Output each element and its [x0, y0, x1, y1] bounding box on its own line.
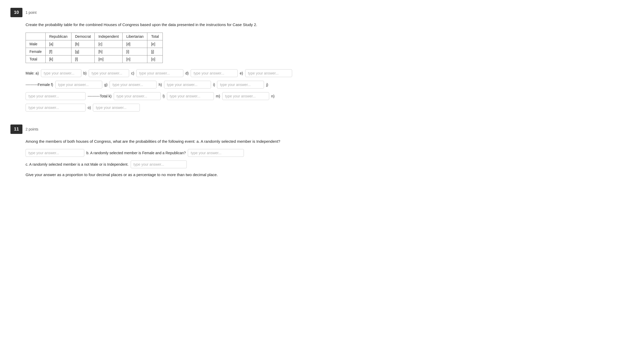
input-i[interactable]	[217, 81, 264, 89]
question-11-content: b. A randomly selected member is Female …	[26, 149, 634, 178]
header-republican: Republican	[45, 33, 71, 40]
label-d: d)	[185, 71, 189, 75]
answer-row-total: ----------Total k) l) m) n)	[26, 92, 634, 100]
label-m: m)	[216, 94, 220, 98]
input-b[interactable]	[89, 69, 129, 77]
input-e[interactable]	[245, 69, 292, 77]
label-g: g)	[104, 83, 107, 87]
answer-row-11ab: b. A randomly selected member is Female …	[26, 149, 634, 157]
label-total-k: ----------Total k)	[88, 94, 112, 98]
input-g[interactable]	[110, 81, 157, 89]
cell-i: [i]	[123, 48, 147, 55]
question-10-content: Republican Democrat Independent Libertar…	[26, 33, 634, 111]
question-10-header: 10 1 point	[10, 8, 634, 17]
label-11b: b. A randomly selected member is Female …	[86, 151, 186, 155]
input-l[interactable]	[167, 92, 214, 100]
input-d[interactable]	[191, 69, 238, 77]
question-10-number: 10	[10, 8, 22, 17]
input-k[interactable]	[114, 92, 161, 100]
cell-o: [o]	[147, 55, 163, 63]
answer-row-female: ----------Female f) g) h) i) j)	[26, 81, 634, 89]
input-11b[interactable]	[188, 149, 244, 157]
question-11-header: 11 2 points	[10, 125, 634, 134]
input-n[interactable]	[26, 104, 86, 111]
cell-m: [m]	[95, 55, 123, 63]
cell-j: [j]	[147, 48, 163, 55]
label-j: j)	[266, 83, 268, 87]
table-row-female: Female [f] [g] [h] [i] [j]	[26, 48, 163, 55]
cell-e: [e]	[147, 40, 163, 48]
cell-l: [l]	[71, 55, 95, 63]
cell-a: [a]	[45, 40, 71, 48]
cell-b: [b]	[71, 40, 95, 48]
label-11c: c. A randomly selected member is a not M…	[26, 162, 129, 166]
input-o[interactable]	[93, 104, 140, 111]
label-i: i)	[213, 83, 215, 87]
input-f[interactable]	[55, 81, 102, 89]
question-10-text: Create the probability table for the com…	[26, 22, 634, 28]
label-n: n)	[271, 94, 274, 98]
cell-g: [g]	[71, 48, 95, 55]
question-10: 10 1 point Create the probability table …	[10, 8, 634, 111]
answer-row-male: Male: a) b) c) d) e)	[26, 69, 634, 77]
header-total: Total	[147, 33, 163, 40]
input-11c[interactable]	[131, 160, 187, 168]
row-label-male: Male	[26, 40, 46, 48]
question-11-text: Among the members of both houses of Cong…	[26, 139, 634, 145]
question-11-footer: Give your answer as a proportion to four…	[26, 172, 634, 178]
cell-h: [h]	[95, 48, 123, 55]
table-row-total: Total [k] [l] [m] [n] [o]	[26, 55, 163, 63]
header-libertarian: Libertarian	[123, 33, 147, 40]
question-10-points: 1 point	[26, 10, 37, 15]
question-11-number: 11	[10, 125, 22, 134]
input-h[interactable]	[164, 81, 211, 89]
cell-f: [f]	[45, 48, 71, 55]
cell-k: [k]	[45, 55, 71, 63]
input-m[interactable]	[222, 92, 269, 100]
label-e: e)	[240, 71, 243, 75]
input-c[interactable]	[136, 69, 183, 77]
answer-row-11c: c. A randomly selected member is a not M…	[26, 160, 634, 168]
label-c: c)	[131, 71, 134, 75]
cell-n: [n]	[123, 55, 147, 63]
label-h: h)	[159, 83, 162, 87]
label-female-f: ----------Female f)	[26, 83, 53, 87]
answer-row-o: o)	[26, 104, 634, 111]
header-empty	[26, 33, 46, 40]
table-header-row: Republican Democrat Independent Libertar…	[26, 33, 163, 40]
label-l: l)	[163, 94, 165, 98]
input-11a[interactable]	[26, 149, 84, 157]
input-j[interactable]	[26, 92, 86, 100]
label-b: b)	[83, 71, 87, 75]
row-label-female: Female	[26, 48, 46, 55]
page: 10 1 point Create the probability table …	[0, 0, 644, 360]
row-label-total: Total	[26, 55, 46, 63]
header-democrat: Democrat	[71, 33, 95, 40]
header-independent: Independent	[95, 33, 123, 40]
label-male-a: Male: a)	[26, 71, 39, 75]
question-11: 11 2 points Among the members of both ho…	[10, 125, 634, 178]
probability-table: Republican Democrat Independent Libertar…	[26, 33, 163, 63]
question-11-points: 2 points	[26, 127, 38, 131]
label-o: o)	[88, 105, 91, 110]
input-a[interactable]	[41, 69, 81, 77]
table-row-male: Male [a] [b] [c] [d] [e]	[26, 40, 163, 48]
cell-d: [d]	[123, 40, 147, 48]
cell-c: [c]	[95, 40, 123, 48]
